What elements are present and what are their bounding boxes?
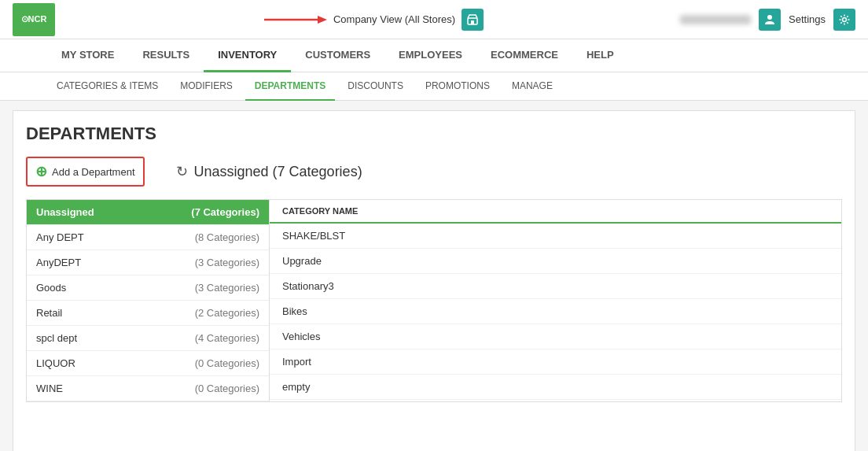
settings-label[interactable]: Settings xyxy=(789,13,826,25)
category-name: Upgrade xyxy=(282,255,322,267)
dept-count: (4 Categories) xyxy=(195,332,259,344)
dept-name: Unassigned xyxy=(36,206,94,218)
department-row[interactable]: Goods(3 Categories) xyxy=(27,275,269,301)
nav-help[interactable]: HELP xyxy=(572,39,628,72)
page-title: DEPARTMENTS xyxy=(26,124,842,144)
company-view-label: Company View (All Stores) xyxy=(333,13,455,25)
nav-results[interactable]: RESULTS xyxy=(128,39,204,72)
dept-count: (0 Categories) xyxy=(195,357,259,369)
department-list: Unassigned(7 Categories)Any DEPT(8 Categ… xyxy=(26,199,270,402)
nav-my-store[interactable]: MY STORE xyxy=(47,39,128,72)
add-dept-label: Add a Department xyxy=(52,166,135,178)
store-icon-button[interactable] xyxy=(462,9,484,31)
ncr-logo: ⊙NCR xyxy=(13,3,55,36)
svg-rect-3 xyxy=(471,20,474,24)
category-name: SHAKE/BLST xyxy=(282,230,345,242)
main-navigation: MY STORE RESULTS INVENTORY CUSTOMERS EMP… xyxy=(0,39,868,72)
page-content: DEPARTMENTS ⊕ Add a Department ↻ Unassig… xyxy=(13,110,855,451)
subnav-discounts[interactable]: DISCOUNTS xyxy=(338,72,413,101)
category-name: Vehicles xyxy=(282,331,320,342)
dept-name: Goods xyxy=(36,282,66,294)
category-name: Stationary3 xyxy=(282,280,334,292)
category-row[interactable]: Vehicles xyxy=(270,324,841,349)
subnav-departments[interactable]: DEPARTMENTS xyxy=(245,72,335,101)
category-name: Bikes xyxy=(282,305,307,317)
svg-point-4 xyxy=(767,15,772,20)
department-row[interactable]: LIQUOR(0 Categories) xyxy=(27,351,269,376)
nav-inventory[interactable]: INVENTORY xyxy=(204,39,291,72)
dept-count: (0 Categories) xyxy=(195,383,259,394)
category-rows: SHAKE/BLSTUpgradeStationary3BikesVehicle… xyxy=(270,224,841,400)
subnav-modifiers[interactable]: MODIFIERS xyxy=(171,72,242,101)
nav-customers[interactable]: CUSTOMERS xyxy=(291,39,384,72)
company-view-section: Company View (All Stores) xyxy=(68,9,680,31)
category-name-col-header: CATEGORY NAME xyxy=(282,206,358,216)
selected-dept-title: ↻ Unassigned (7 Categories) xyxy=(176,163,362,180)
dept-name: Retail xyxy=(36,307,62,319)
dept-name: spcl dept xyxy=(36,332,77,344)
department-row[interactable]: spcl dept(4 Categories) xyxy=(27,326,269,351)
category-panel: CATEGORY NAME SHAKE/BLSTUpgradeStationar… xyxy=(270,199,842,402)
category-row[interactable]: SHAKE/BLST xyxy=(270,224,841,249)
category-name: empty xyxy=(282,381,310,393)
user-icon-button[interactable] xyxy=(759,9,781,31)
user-name xyxy=(680,15,751,24)
dept-count: (3 Categories) xyxy=(195,257,259,268)
refresh-icon[interactable]: ↻ xyxy=(176,163,188,180)
dept-count: (8 Categories) xyxy=(195,231,259,243)
dept-count: (7 Categories) xyxy=(191,206,259,218)
dept-name: LIQUOR xyxy=(36,357,75,369)
department-row[interactable]: Retail(2 Categories) xyxy=(27,301,269,326)
dept-name: AnyDEPT xyxy=(36,257,81,268)
dept-name: Any DEPT xyxy=(36,231,84,243)
top-right-controls: Settings xyxy=(680,9,855,31)
main-area: Unassigned(7 Categories)Any DEPT(8 Categ… xyxy=(26,199,842,402)
department-row[interactable]: AnyDEPT(3 Categories) xyxy=(27,250,269,275)
category-row[interactable]: empty xyxy=(270,375,841,400)
category-table-header: CATEGORY NAME xyxy=(270,200,841,224)
department-row[interactable]: Any DEPT(8 Categories) xyxy=(27,225,269,250)
arrow-icon xyxy=(264,12,327,28)
category-name: Import xyxy=(282,356,311,368)
sub-navigation: CATEGORIES & ITEMS MODIFIERS DEPARTMENTS… xyxy=(0,72,868,101)
category-row[interactable]: Stationary3 xyxy=(270,274,841,299)
gear-button[interactable] xyxy=(833,9,855,31)
svg-point-5 xyxy=(843,17,847,21)
category-row[interactable]: Upgrade xyxy=(270,249,841,274)
subnav-promotions[interactable]: PROMOTIONS xyxy=(416,72,499,101)
top-bar: ⊙NCR Company View (All Stores) Settings xyxy=(0,0,868,39)
category-row[interactable]: Bikes xyxy=(270,299,841,324)
dept-count: (3 Categories) xyxy=(195,282,259,294)
subnav-categories-items[interactable]: CATEGORIES & ITEMS xyxy=(47,72,167,101)
action-row: ⊕ Add a Department ↻ Unassigned (7 Categ… xyxy=(26,157,842,187)
nav-employees[interactable]: EMPLOYEES xyxy=(384,39,476,72)
category-row[interactable]: Import xyxy=(270,349,841,375)
selected-dept-label: Unassigned (7 Categories) xyxy=(194,164,362,180)
svg-marker-1 xyxy=(318,16,327,24)
department-row[interactable]: WINE(0 Categories) xyxy=(27,376,269,401)
add-department-button[interactable]: ⊕ Add a Department xyxy=(26,157,145,187)
dept-count: (2 Categories) xyxy=(195,307,259,319)
department-row[interactable]: Unassigned(7 Categories) xyxy=(27,200,269,225)
dept-name: WINE xyxy=(36,383,63,394)
nav-ecommerce[interactable]: ECOMMERCE xyxy=(476,39,572,72)
subnav-manage[interactable]: MANAGE xyxy=(502,72,562,101)
plus-icon: ⊕ xyxy=(35,163,47,180)
